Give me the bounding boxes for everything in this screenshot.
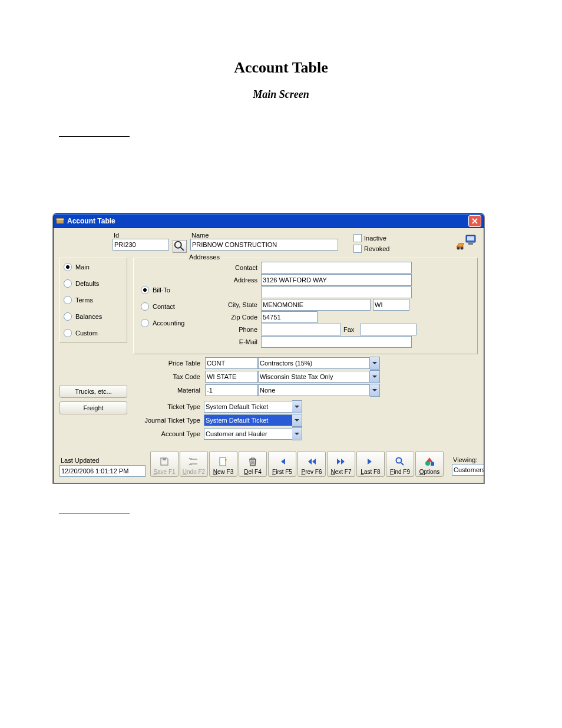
zip-input[interactable] (261, 311, 318, 323)
price-table-label: Price Table (133, 360, 204, 367)
material-dropdown[interactable] (370, 384, 380, 397)
price-table-dropdown[interactable] (370, 357, 380, 370)
name-input[interactable] (190, 239, 338, 251)
city-state-label: City, State (196, 301, 261, 308)
prev-icon (306, 456, 317, 469)
toolbar-label: Prev F6 (301, 469, 322, 475)
toolbar-label: Save F1 (153, 469, 175, 475)
price-table-desc-input[interactable] (258, 357, 370, 369)
tax-code-dropdown[interactable] (370, 370, 380, 383)
material-desc-input[interactable] (258, 384, 370, 396)
account-type-dropdown[interactable] (292, 427, 302, 440)
revoked-checkbox[interactable] (353, 245, 362, 253)
undo-icon (189, 456, 199, 469)
svg-rect-6 (468, 243, 473, 245)
radio-icon (64, 329, 72, 337)
nav-radio-custom[interactable]: Custom (64, 329, 123, 337)
zip-label: Zip Code (196, 314, 261, 321)
revoked-label: Revoked (364, 245, 389, 252)
id-input[interactable] (113, 239, 169, 251)
address-radio-billto[interactable]: Bill-To (141, 286, 194, 294)
chevron-down-icon (295, 418, 299, 423)
trucks-button[interactable]: Trucks, etc... (59, 385, 127, 398)
address-radio-contact[interactable]: Contact (141, 302, 194, 311)
svg-point-2 (175, 242, 181, 248)
ticket-type-dropdown[interactable] (292, 400, 302, 413)
svg-rect-5 (467, 236, 474, 241)
city-input[interactable] (261, 299, 371, 311)
magnifier-icon (173, 240, 186, 253)
toolbar-label: First F5 (272, 469, 292, 475)
radio-icon (64, 296, 72, 304)
addresses-legend: Addresses (187, 253, 222, 261)
find-f9-button[interactable]: Find F9 (386, 451, 414, 477)
first-f5-button[interactable]: First F5 (268, 451, 296, 477)
inactive-label: Inactive (364, 235, 386, 242)
truck-computer-icon (455, 232, 478, 252)
chevron-down-icon (372, 361, 377, 365)
new-icon: ✦ (218, 456, 229, 469)
fax-label: Fax (343, 326, 358, 333)
freight-button[interactable]: Freight (59, 401, 127, 414)
titlebar: Account Table (54, 214, 484, 228)
phone-input[interactable] (261, 324, 341, 335)
nav-radio-label: Balances (75, 313, 102, 320)
svg-rect-15 (431, 462, 434, 466)
prev-f6-button[interactable]: Prev F6 (297, 451, 326, 477)
id-label: Id (113, 232, 169, 239)
del-f4-button[interactable]: Del F4 (239, 451, 267, 477)
svg-point-12 (396, 458, 402, 463)
address-radio-label: Bill-To (153, 286, 170, 294)
undo-f2-button: Undo F2 (180, 451, 208, 477)
toolbar-label: Undo F2 (183, 469, 205, 475)
chevron-down-icon (295, 404, 299, 409)
address-radio-accounting[interactable]: Accounting (141, 319, 194, 327)
nav-radio-defaults[interactable]: Defaults (64, 279, 123, 288)
close-icon (472, 218, 478, 224)
name-label: Name (190, 232, 338, 239)
radio-icon (141, 302, 149, 311)
toolbar-label: Options (419, 469, 439, 475)
next-icon (336, 456, 346, 469)
nav-radio-label: Terms (75, 297, 93, 304)
id-lookup-button[interactable] (173, 240, 187, 253)
toolbar-label: New F3 (213, 469, 233, 475)
section-rule (59, 513, 130, 513)
next-f7-button[interactable]: Next F7 (327, 451, 355, 477)
fax-input[interactable] (360, 324, 416, 335)
nav-radio-main[interactable]: Main (64, 263, 123, 271)
radio-icon (141, 286, 149, 294)
options-button[interactable]: Options (415, 451, 444, 477)
email-label: E-Mail (196, 338, 261, 345)
journal-ticket-input[interactable] (204, 414, 293, 426)
last-f8-button[interactable]: Last F8 (356, 451, 385, 477)
chevron-down-icon (372, 388, 377, 393)
phone-label: Phone (196, 326, 261, 333)
nav-radio-balances[interactable]: Balances (64, 312, 123, 321)
viewing-label: Viewing: (452, 456, 477, 463)
account-type-input[interactable] (204, 428, 293, 440)
toolbar-label: Find F9 (390, 469, 410, 475)
material-code-input[interactable] (205, 384, 258, 396)
address1-input[interactable] (261, 274, 412, 286)
close-button[interactable] (468, 215, 481, 227)
new-f3-button[interactable]: ✦New F3 (209, 451, 237, 477)
svg-text:✦: ✦ (224, 458, 227, 462)
address2-input[interactable] (261, 286, 412, 298)
tax-code-code-input[interactable] (205, 371, 258, 383)
account-table-window: Account Table Id Name (53, 213, 484, 483)
svg-rect-9 (163, 458, 166, 460)
tax-code-desc-input[interactable] (258, 371, 370, 383)
price-table-code-input[interactable] (205, 357, 258, 369)
address-radio-label: Contact (153, 303, 175, 310)
inactive-checkbox[interactable] (353, 234, 362, 242)
tax-code-label: Tax Code (133, 373, 204, 380)
contact-input[interactable] (261, 262, 412, 274)
nav-radio-terms[interactable]: Terms (64, 296, 123, 304)
nav-radio-label: Custom (75, 330, 98, 337)
journal-ticket-dropdown[interactable] (292, 414, 302, 427)
viewing-select[interactable] (452, 464, 484, 476)
ticket-type-input[interactable] (204, 401, 293, 413)
email-input[interactable] (261, 336, 412, 348)
state-input[interactable] (373, 299, 409, 311)
